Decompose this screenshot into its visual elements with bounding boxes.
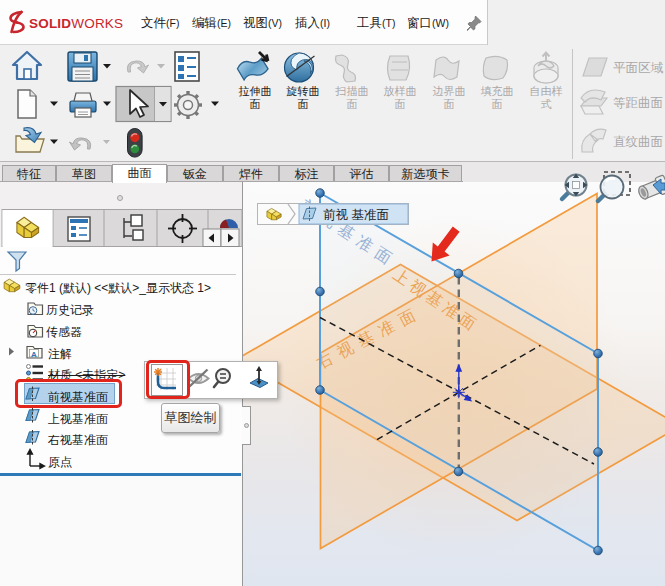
svg-text:前视 基准面: 前视 基准面 xyxy=(323,208,389,222)
svg-text:SOLIDWORKS: SOLIDWORKS xyxy=(29,16,123,31)
svg-text:A: A xyxy=(31,350,37,359)
